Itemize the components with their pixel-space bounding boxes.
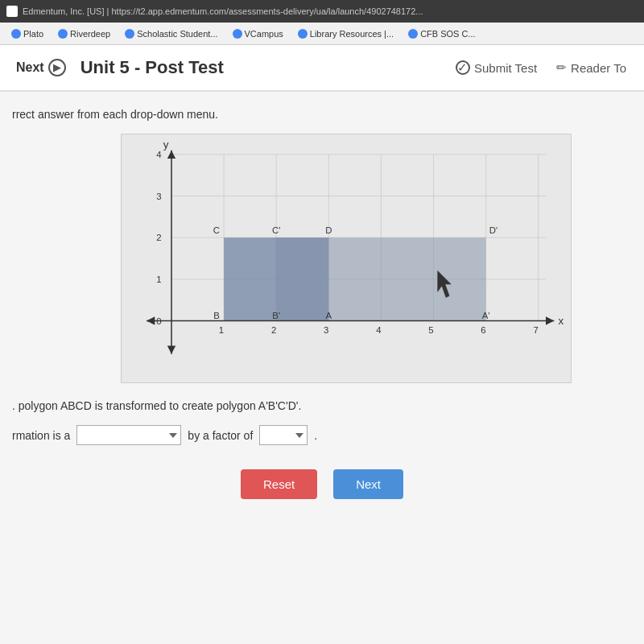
svg-text:6: 6 bbox=[481, 325, 485, 335]
bookmark-icon bbox=[233, 29, 242, 39]
svg-text:3: 3 bbox=[156, 192, 161, 201]
svg-text:4: 4 bbox=[376, 325, 381, 335]
browser-url: Edmentum, Inc. [US] | https://t2.app.edm… bbox=[23, 6, 423, 16]
reader-icon: ✏ bbox=[556, 60, 567, 75]
submit-label: Submit Test bbox=[474, 61, 537, 75]
bookmark-icon bbox=[298, 29, 308, 39]
svg-text:4: 4 bbox=[156, 150, 161, 159]
svg-text:C: C bbox=[213, 225, 220, 235]
svg-text:D: D bbox=[325, 225, 332, 235]
transformation-type-dropdown[interactable]: dilation reflection rotation translation bbox=[76, 425, 181, 445]
page-title: Unit 5 - Post Test bbox=[80, 57, 446, 78]
svg-text:B': B' bbox=[272, 311, 280, 320]
svg-marker-12 bbox=[546, 316, 554, 324]
bookmark-cfb[interactable]: CFB SOS C... bbox=[402, 27, 481, 40]
bookmark-library[interactable]: Library Resources |... bbox=[291, 27, 400, 40]
bookmark-icon bbox=[125, 29, 134, 39]
bookmark-plato-label: Plato bbox=[23, 29, 43, 39]
svg-text:2: 2 bbox=[156, 233, 161, 242]
svg-text:A': A' bbox=[482, 311, 490, 320]
bookmarks-bar: Plato Riverdeep Scholastic Student... VC… bbox=[0, 23, 644, 45]
answer-suffix: by a factor of bbox=[188, 429, 253, 442]
bookmark-cfb-label: CFB SOS C... bbox=[420, 29, 475, 39]
next-icon: ▶ bbox=[48, 59, 66, 76]
browser-favicon bbox=[6, 6, 18, 17]
reset-button[interactable]: Reset bbox=[241, 469, 317, 499]
next-button[interactable]: Next bbox=[333, 469, 403, 499]
bookmark-riverdeep-label: Riverdeep bbox=[70, 29, 110, 39]
answer-period: . bbox=[314, 429, 317, 442]
reader-label: Reader To bbox=[571, 61, 626, 75]
svg-text:A: A bbox=[326, 311, 332, 320]
y-axis-label: y bbox=[163, 138, 169, 151]
answer-row: rmation is a dilation reflection rotatio… bbox=[12, 425, 632, 445]
bookmark-plato[interactable]: Plato bbox=[5, 27, 50, 40]
svg-text:C': C' bbox=[272, 225, 280, 235]
svg-marker-16 bbox=[167, 346, 175, 354]
bookmark-vcampus[interactable]: VCampus bbox=[226, 27, 290, 40]
bookmark-vcampus-label: VCampus bbox=[245, 29, 283, 39]
svg-text:3: 3 bbox=[324, 325, 328, 335]
next-label: Next bbox=[16, 60, 44, 75]
svg-text:0: 0 bbox=[156, 316, 161, 326]
svg-text:5: 5 bbox=[428, 325, 433, 335]
x-axis-label: x bbox=[559, 315, 564, 327]
graph-container: x y 1 2 3 4 5 6 7 0 1 2 3 4 C C' D D' bbox=[121, 134, 572, 383]
bookmark-scholastic[interactable]: Scholastic Student... bbox=[118, 27, 224, 40]
reader-tool-button[interactable]: ✏ Reader To bbox=[547, 54, 636, 81]
instruction-text: rrect answer from each drop-down menu. bbox=[12, 108, 632, 121]
svg-text:B: B bbox=[213, 311, 220, 320]
coordinate-graph: x y 1 2 3 4 5 6 7 0 1 2 3 4 C C' D D' bbox=[122, 134, 571, 382]
buttons-row: Reset Next bbox=[12, 469, 632, 499]
answer-prefix: rmation is a bbox=[12, 429, 70, 442]
browser-bar: Edmentum, Inc. [US] | https://t2.app.edm… bbox=[0, 0, 644, 23]
bookmark-riverdeep[interactable]: Riverdeep bbox=[52, 27, 117, 40]
submit-icon: ✓ bbox=[456, 60, 470, 75]
bookmark-icon bbox=[408, 29, 418, 39]
svg-text:1: 1 bbox=[156, 275, 161, 284]
bookmark-icon bbox=[11, 29, 21, 39]
svg-text:2: 2 bbox=[271, 325, 276, 335]
bookmark-library-label: Library Resources |... bbox=[310, 29, 394, 39]
svg-text:1: 1 bbox=[219, 325, 224, 335]
polygon-abcd-prime bbox=[276, 237, 485, 320]
main-content: rrect answer from each drop-down menu. bbox=[0, 92, 644, 644]
svg-text:7: 7 bbox=[533, 325, 538, 335]
next-button[interactable]: Next ▶ bbox=[8, 52, 74, 83]
svg-marker-13 bbox=[147, 316, 155, 324]
bookmark-scholastic-label: Scholastic Student... bbox=[137, 29, 217, 39]
bookmark-icon bbox=[58, 29, 68, 39]
submit-test-button[interactable]: ✓ Submit Test bbox=[446, 54, 547, 81]
description-text: . polygon ABCD is transformed to create … bbox=[12, 399, 632, 412]
factor-dropdown[interactable]: 2 3 4 bbox=[259, 425, 308, 445]
toolbar: Next ▶ Unit 5 - Post Test ✓ Submit Test … bbox=[0, 45, 644, 92]
svg-text:D': D' bbox=[489, 225, 497, 235]
